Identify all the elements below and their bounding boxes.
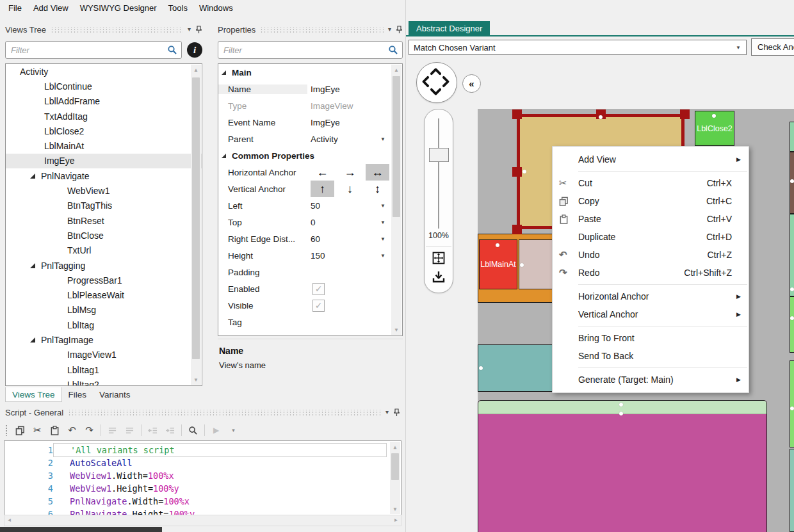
chevron-down-icon[interactable]: ▼	[380, 136, 385, 142]
expander-icon[interactable]	[30, 263, 35, 268]
property-value[interactable]	[307, 264, 391, 280]
menubar-item-wysiwyg-designer[interactable]: WYSIWYG Designer	[74, 1, 163, 15]
menubar-item-tools[interactable]: Tools	[163, 1, 193, 15]
resize-handle[interactable]	[512, 225, 522, 234]
property-value[interactable]: ✓	[307, 280, 391, 297]
tree-item-activity[interactable]: Activity	[6, 64, 202, 79]
fit-view-button[interactable]	[432, 251, 446, 265]
expander-icon[interactable]	[30, 173, 35, 179]
tree-item-pnltagging[interactable]: PnlTagging	[6, 258, 202, 273]
scrollbar-thumb[interactable]	[391, 453, 399, 480]
views-tree-filter-input[interactable]	[6, 42, 181, 58]
checkbox[interactable]: ✓	[312, 300, 325, 312]
anchor-button[interactable]: ←	[311, 164, 334, 181]
tree-item-lblitag[interactable]: LblItag	[6, 318, 202, 332]
tab-views-tree[interactable]: Views Tree	[5, 387, 62, 402]
tree-item-txtadditag[interactable]: TxtAddItag	[6, 109, 202, 124]
property-value[interactable]: 60▼	[307, 230, 391, 247]
import-layout-button[interactable]	[432, 270, 446, 284]
anchor-button[interactable]: ↓	[338, 181, 362, 197]
info-button[interactable]: i	[187, 42, 202, 58]
chevron-down-icon[interactable]: ▼	[380, 220, 385, 225]
tree-item-btnclose[interactable]: BtnClose	[6, 228, 202, 243]
scroll-up-icon[interactable]: ▲	[191, 65, 201, 75]
tree-item-lblclose2[interactable]: LblClose2	[6, 124, 202, 138]
toolbar-paste-icon[interactable]	[47, 423, 63, 438]
toolbar-cut-icon[interactable]: ✂	[29, 423, 45, 438]
menu-item-generate-target-main[interactable]: Generate (Target: Main)▶	[553, 371, 749, 389]
tree-item-progressbar1[interactable]: ProgressBar1	[6, 273, 202, 287]
chevron-down-icon[interactable]: ▼	[380, 253, 385, 259]
scroll-right-icon[interactable]: ►	[391, 515, 401, 524]
scroll-down-icon[interactable]: ▼	[390, 504, 400, 514]
edge-view-4[interactable]	[790, 296, 794, 353]
property-value[interactable]: 0▼	[307, 214, 391, 230]
toolbar-redo-icon[interactable]: ↷	[81, 423, 97, 438]
tab-files[interactable]: Files	[62, 387, 93, 402]
edge-view-5[interactable]	[790, 360, 794, 447]
zoom-slider-thumb[interactable]	[429, 148, 449, 162]
menubar-item-add-view[interactable]: Add View	[28, 1, 74, 15]
tree-item-pnlnavigate[interactable]: PnlNavigate	[6, 168, 202, 183]
tree-item-lblmsg[interactable]: LblMsg	[6, 303, 202, 318]
panel-drag-dots[interactable]	[68, 410, 381, 415]
property-value[interactable]: 50▼	[307, 197, 391, 214]
tree-item-webview1[interactable]: WebView1	[6, 183, 202, 198]
expander-icon[interactable]	[222, 70, 226, 75]
pin-icon[interactable]	[195, 26, 202, 34]
chevron-down-icon[interactable]: ▼	[380, 203, 385, 209]
pan-navigation-pad[interactable]	[416, 62, 457, 103]
scroll-up-icon[interactable]: ▲	[390, 442, 400, 452]
property-value[interactable]: ✓	[307, 297, 391, 314]
menubar-item-windows[interactable]: Windows	[193, 1, 239, 15]
property-value[interactable]: ImgEye	[307, 81, 391, 97]
editor-vscrollbar[interactable]: ▲ ▼	[390, 442, 400, 514]
collapse-tools-button[interactable]: «	[462, 74, 481, 93]
zoom-slider-track[interactable]	[438, 118, 439, 229]
menu-item-horizontal-anchor[interactable]: Horizontal Anchor▶	[553, 287, 749, 305]
scrollbar-thumb[interactable]	[393, 76, 400, 217]
scrollbar-thumb[interactable]	[192, 77, 200, 359]
scroll-left-icon[interactable]: ◄	[4, 515, 14, 524]
tree-item-lblmainat[interactable]: LblMainAt	[6, 138, 202, 153]
menu-item-redo[interactable]: ↷RedoCtrl+Shift+Z	[553, 264, 749, 282]
anchor-button[interactable]: →	[338, 164, 362, 181]
expander-icon[interactable]	[30, 337, 35, 343]
toolbar-copy-icon[interactable]	[12, 423, 28, 438]
menu-item-bring-to-front[interactable]: Bring To Front	[553, 329, 749, 347]
menu-item-paste[interactable]: PasteCtrl+V	[553, 210, 749, 228]
edge-view-6[interactable]	[790, 449, 794, 532]
property-value[interactable]: Activity▼	[307, 131, 391, 147]
panel-menu-chevron-icon[interactable]: ▾	[388, 26, 391, 33]
property-value[interactable]: ↑↓↕	[307, 181, 393, 197]
property-grid-scrollbar[interactable]: ▲ ▼	[391, 65, 401, 335]
panel-drag-dots[interactable]	[260, 27, 384, 33]
property-value[interactable]: 150▼	[307, 247, 391, 264]
menu-item-undo[interactable]: ↶UndoCtrl+Z	[553, 246, 749, 264]
expander-icon[interactable]	[222, 154, 226, 158]
menu-item-cut[interactable]: ✂CutCtrl+X	[553, 174, 749, 192]
check-anchors-button[interactable]: Check Anch	[751, 38, 794, 56]
resize-handle[interactable]	[512, 167, 522, 177]
scroll-down-icon[interactable]: ▼	[391, 325, 401, 335]
menu-item-duplicate[interactable]: DuplicateCtrl+D	[553, 228, 749, 246]
tree-item-lblladdframe[interactable]: LbllAddFrame	[6, 94, 202, 109]
magenta-panel-view[interactable]	[478, 400, 767, 532]
tree-item-pnltagimage[interactable]: PnlTagImage	[6, 332, 202, 347]
menu-item-add-view[interactable]: Add View▶	[553, 150, 749, 168]
tab-variants[interactable]: Variants	[93, 387, 137, 402]
beige-view[interactable]	[519, 239, 557, 289]
scroll-up-icon[interactable]: ▲	[391, 65, 401, 75]
anchor-button[interactable]: ↕	[366, 181, 389, 197]
anchor-button[interactable]: ↔	[366, 164, 389, 181]
pin-icon[interactable]	[393, 408, 400, 417]
menubar-item-file[interactable]: File	[3, 1, 28, 15]
property-value[interactable]: ←→↔	[307, 164, 393, 181]
toolbar-grip[interactable]	[5, 424, 8, 436]
tree-item-imgeye[interactable]: ImgEye	[6, 154, 202, 168]
tree-item-imageview1[interactable]: ImageView1	[6, 348, 202, 362]
panel-menu-chevron-icon[interactable]: ▾	[188, 26, 191, 33]
property-value[interactable]: ImgEye	[307, 114, 391, 131]
tab-abstract-designer[interactable]: Abstract Designer	[409, 21, 490, 36]
checkbox[interactable]: ✓	[312, 283, 325, 295]
